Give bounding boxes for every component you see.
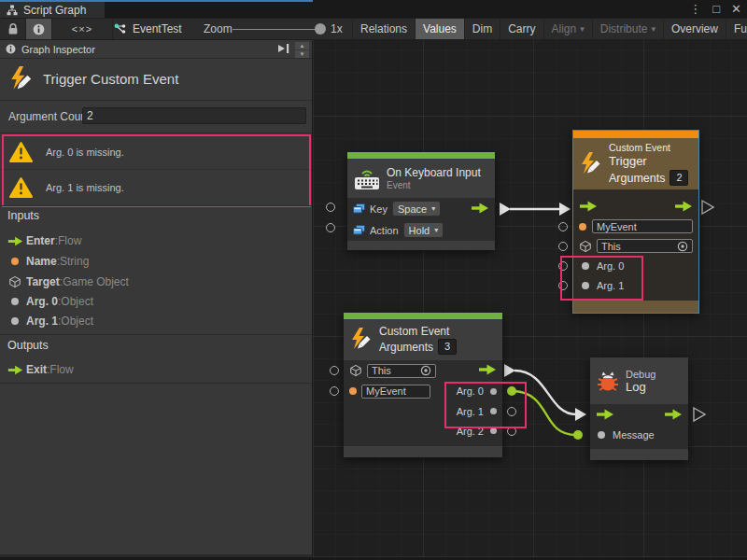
inspectable-icon xyxy=(353,225,365,235)
arguments-count-box[interactable]: 2 xyxy=(669,170,688,186)
carry-button[interactable]: Carry xyxy=(500,19,543,39)
node-custom-event[interactable]: Custom Event Arguments 3 This MyEvent xyxy=(344,313,502,457)
flow-input-arrow[interactable] xyxy=(579,201,598,212)
preview-code-button[interactable]: <×> xyxy=(52,19,113,39)
event-name-field[interactable]: MyEvent xyxy=(361,385,430,399)
port-circle[interactable] xyxy=(507,427,516,436)
port-circle[interactable] xyxy=(558,281,568,290)
port-circle[interactable] xyxy=(330,386,339,396)
warning-icon xyxy=(9,142,33,162)
overview-button[interactable]: Overview xyxy=(664,19,726,39)
divider xyxy=(0,133,312,133)
spinner-down-button[interactable]: ▼ xyxy=(295,50,309,58)
flow-output-triangle[interactable] xyxy=(702,201,713,214)
window-menu-icon[interactable]: ⋮ xyxy=(689,1,701,17)
graph-name-label: EventTest xyxy=(133,22,182,35)
object-port-icon[interactable] xyxy=(582,282,589,289)
values-button[interactable]: Values xyxy=(416,19,465,39)
gameobject-port-icon[interactable] xyxy=(579,240,592,253)
dim-button[interactable]: Dim xyxy=(465,19,500,39)
string-port-icon[interactable] xyxy=(349,387,357,395)
graph-hierarchy-icon xyxy=(7,5,18,16)
target-field[interactable]: This xyxy=(367,364,436,378)
port-circle[interactable] xyxy=(558,242,568,251)
divider xyxy=(0,100,312,101)
io-row-arg1: Arg. 1 : Object xyxy=(0,312,312,330)
maximize-icon[interactable]: □ xyxy=(712,1,720,17)
port-circle[interactable] xyxy=(558,222,568,231)
arguments-count-box[interactable]: 3 xyxy=(438,339,457,355)
action-dropdown[interactable]: Hold▾ xyxy=(403,222,444,238)
inputs-heading: Inputs xyxy=(7,209,39,222)
object-port-icon xyxy=(11,317,19,325)
port-circle[interactable] xyxy=(326,203,335,212)
port-circle[interactable] xyxy=(558,261,568,271)
object-port-icon[interactable] xyxy=(598,431,605,439)
graph-toolbar: <×> EventTest Zoom 1x Relations Values D… xyxy=(0,18,747,40)
flow-output-arrow[interactable] xyxy=(471,203,489,214)
inspected-node-title: Trigger Custom Event xyxy=(43,71,178,87)
node-debug-log[interactable]: Debug Log Message xyxy=(590,357,688,460)
node-category: Custom Event xyxy=(379,325,457,338)
io-row-enter: Enter : Flow xyxy=(0,231,312,250)
flow-output-arrow[interactable] xyxy=(674,201,693,212)
chevron-down-icon: ▾ xyxy=(651,24,655,34)
warning-text: Arg. 0 is missing. xyxy=(46,147,124,158)
wire-event-to-debug xyxy=(504,364,586,421)
graph-breadcrumb[interactable]: EventTest xyxy=(114,19,182,39)
event-color-bar xyxy=(347,152,495,159)
flow-output-triangle[interactable] xyxy=(694,408,705,421)
close-icon[interactable]: ✕ xyxy=(731,1,741,17)
node-trigger-custom-event[interactable]: Custom Event Trigger Arguments 2 MyEvent xyxy=(572,130,699,314)
fullscreen-button[interactable]: Full Screen xyxy=(726,19,747,39)
toolbar-left-group: <×> xyxy=(0,19,113,39)
divider xyxy=(0,334,312,335)
gameobject-port-icon[interactable] xyxy=(349,364,362,377)
spinner-up-button[interactable]: ▲ xyxy=(295,42,309,49)
port-circle[interactable] xyxy=(326,223,335,232)
window-controls: ⋮ □ ✕ xyxy=(689,1,741,17)
zoom-slider-track[interactable] xyxy=(233,29,317,30)
node-title: On Keyboard Input xyxy=(387,166,481,179)
port-circle[interactable] xyxy=(507,407,516,416)
key-dropdown[interactable]: Space▾ xyxy=(392,201,441,217)
object-port-icon[interactable] xyxy=(490,427,497,434)
dock-panel-icon[interactable] xyxy=(277,43,291,54)
flow-input-arrow[interactable] xyxy=(596,409,614,420)
outputs-heading: Outputs xyxy=(7,339,49,352)
flow-output-arrow[interactable] xyxy=(478,364,497,375)
string-port-icon[interactable] xyxy=(579,223,586,231)
inspector-toggle-button[interactable] xyxy=(26,19,52,39)
zoom-slider-handle[interactable] xyxy=(315,23,326,35)
inspectable-icon xyxy=(353,203,365,214)
tab-script-graph[interactable]: Script Graph xyxy=(0,2,105,18)
flow-output-arrow[interactable] xyxy=(664,409,683,420)
arg-label: Arg. 2 xyxy=(457,426,484,437)
relations-button[interactable]: Relations xyxy=(353,19,416,39)
object-port-icon[interactable] xyxy=(582,262,589,270)
divider xyxy=(0,383,312,384)
argument-count-input[interactable] xyxy=(82,107,306,124)
zoom-label: Zoom xyxy=(204,19,233,39)
object-port-icon[interactable] xyxy=(490,408,497,414)
node-category: Debug xyxy=(626,369,655,380)
event-name-field[interactable]: MyEvent xyxy=(592,219,693,233)
lock-button[interactable] xyxy=(0,19,26,39)
distribute-dropdown[interactable]: Distribute▾ xyxy=(593,19,664,39)
align-dropdown[interactable]: Align▾ xyxy=(544,19,593,39)
tab-label: Script Graph xyxy=(23,4,86,17)
inspector-title: Graph Inspector xyxy=(21,44,95,55)
io-row-exit: Exit : Flow xyxy=(0,360,312,379)
graph-canvas[interactable]: On Keyboard Input Event Key Space▾ xyxy=(313,40,747,557)
code-icon: <×> xyxy=(72,23,92,35)
object-picker-icon[interactable] xyxy=(677,241,688,252)
object-port-icon[interactable] xyxy=(490,388,497,395)
node-on-keyboard-input[interactable]: On Keyboard Input Event Key Space▾ xyxy=(347,152,495,250)
warning-row: Arg. 1 is missing. xyxy=(0,170,312,204)
node-title: Log xyxy=(626,380,655,394)
object-picker-icon[interactable] xyxy=(420,365,431,376)
custom-event-icon xyxy=(349,327,374,353)
port-circle[interactable] xyxy=(330,366,339,375)
target-field[interactable]: This xyxy=(597,239,693,253)
gameobject-port-icon xyxy=(8,275,21,288)
